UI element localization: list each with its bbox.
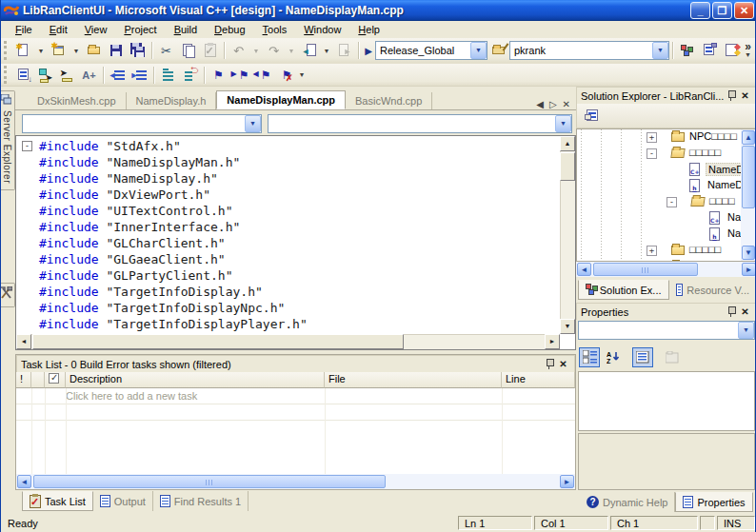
code-line[interactable]: #include "NameDisplay.h" <box>16 170 559 187</box>
types-combo[interactable]: ▼ <box>22 114 262 133</box>
tab-solution-ex-[interactable]: Solution Ex... <box>578 280 669 300</box>
start-icon[interactable]: ▶ <box>362 40 375 61</box>
members-combo-dropdown[interactable]: ▼ <box>555 115 571 132</box>
code-line[interactable]: #include "GLCharClient.h" <box>16 235 559 251</box>
task-column-check[interactable] <box>45 372 66 388</box>
find-combo[interactable]: pkrank ▼ <box>509 41 669 60</box>
editor-vertical-scrollbar[interactable]: ▲ ▼ <box>560 136 575 334</box>
solution-tree[interactable]: +NPC□□□□-□□□□□C+NameDihNameDi-□□□□C+Narh… <box>576 128 756 262</box>
new-file-icon[interactable]: ✱ <box>12 40 34 61</box>
menu-window[interactable]: Window <box>295 22 349 37</box>
properties-pin-button[interactable] <box>724 305 738 319</box>
copy-icon[interactable] <box>177 40 199 61</box>
clear-bookmarks-icon[interactable]: ⚑✗ <box>273 65 295 86</box>
task-list-horizontal-scrollbar[interactable]: ◄ ► <box>16 474 575 489</box>
task-column-blank1[interactable] <box>31 372 45 388</box>
task-column-File[interactable]: File <box>325 372 502 388</box>
find-in-files-icon[interactable] <box>487 40 509 61</box>
code-text[interactable]: #include "StdAfx.h"#include "NameDisplay… <box>16 138 559 333</box>
editor-horizontal-scrollbar[interactable]: ◄ ► <box>16 334 560 349</box>
tree-item[interactable]: +□□□□□ <box>577 243 741 259</box>
scroll-up-icon[interactable]: ▲ <box>742 130 755 145</box>
task-list-grid[interactable]: Click here to add a new task <box>16 388 575 474</box>
doc-tab-namedisplayman-cpp[interactable]: NameDisplayMan.cpp <box>216 90 346 109</box>
code-line[interactable]: #include "GLPartyClient.h" <box>16 267 559 284</box>
bookmarks-dropdown[interactable]: ▼ <box>295 65 308 86</box>
restore-button[interactable]: ❐ <box>712 2 732 19</box>
toggle-bookmark-icon[interactable]: ⚑ <box>208 65 229 86</box>
previous-bookmark-icon[interactable]: ⚑◀ <box>251 65 273 86</box>
solution-explorer-close-button[interactable]: ✕ <box>738 89 752 103</box>
redo-dropdown[interactable]: ▼ <box>285 40 298 61</box>
scroll-tabs-right-icon[interactable]: ▷ <box>549 99 557 109</box>
pick-line-icon[interactable]: ➤ <box>56 65 78 86</box>
tab-resource-v-[interactable]: Resource V... <box>669 280 756 300</box>
members-combo[interactable]: ▼ <box>268 114 572 133</box>
code-line[interactable]: #include "TargetInfoDisplayPlayer.h" <box>16 316 559 332</box>
solution-explorer-pin-button[interactable] <box>724 89 738 103</box>
tab-find-results-1[interactable]: Find Results 1 <box>153 491 249 511</box>
close-document-icon[interactable]: ✕ <box>563 99 570 109</box>
property-pages-tool-icon[interactable] <box>662 347 683 367</box>
redo-icon[interactable]: ↷ <box>263 40 285 61</box>
properties-grid[interactable] <box>578 371 755 431</box>
tree-item-label[interactable]: Nar <box>726 211 741 223</box>
task-list-pin-button[interactable] <box>542 358 556 371</box>
save-icon[interactable] <box>105 40 127 61</box>
tab-output[interactable]: Output <box>93 491 153 511</box>
save-all-icon[interactable] <box>127 40 149 61</box>
menu-debug[interactable]: Debug <box>206 22 253 37</box>
scroll-right-icon[interactable]: ► <box>545 334 560 349</box>
paste-icon[interactable] <box>199 40 221 61</box>
types-combo-dropdown[interactable]: ▼ <box>245 115 261 132</box>
navigate-back-icon[interactable]: ◄ <box>298 40 320 61</box>
cut-icon[interactable]: ✂ <box>155 40 177 61</box>
code-line[interactable]: #include "TargetInfoDisplayNpc.h" <box>16 300 559 316</box>
scroll-right-icon[interactable]: ► <box>742 263 756 276</box>
tree-item[interactable]: hNar <box>577 227 741 243</box>
solution-explorer-icon[interactable] <box>676 40 698 61</box>
add-item-icon[interactable]: ✱ <box>48 40 70 61</box>
scroll-right-icon[interactable]: ► <box>560 475 574 488</box>
collapse-icon[interactable]: - <box>647 148 657 159</box>
doc-tab-basicwnd-cpp[interactable]: BasicWnd.cpp <box>346 92 432 109</box>
toolbar-grip-2[interactable] <box>4 66 9 83</box>
code-line[interactable]: #include "StdAfx.h" <box>16 138 559 154</box>
code-line[interactable]: #include "TargetInfoDisplay.h" <box>16 284 559 300</box>
uncomment-icon[interactable]: ⮌ <box>179 65 201 86</box>
tree-item-label[interactable]: □□□□□ <box>687 260 723 261</box>
open-file-icon[interactable] <box>83 40 105 61</box>
tab-dynamic-help[interactable]: ?Dynamic Help <box>580 492 675 512</box>
build-config-combo[interactable]: Release_Global ▼ <box>375 41 487 60</box>
font-grow-icon[interactable]: A+ <box>78 65 100 86</box>
tree-item-label[interactable]: □□□□ <box>707 195 737 207</box>
scroll-down-icon[interactable]: ▼ <box>742 246 755 260</box>
tree-item[interactable]: +NPC□□□□ <box>577 129 741 146</box>
code-editor[interactable]: - #include "StdAfx.h"#include "NameDispl… <box>15 135 576 350</box>
menu-file[interactable]: File <box>7 22 41 37</box>
scroll-left-icon[interactable]: ◄ <box>16 334 31 349</box>
tree-item-label[interactable]: NPC□□□□ <box>687 130 739 142</box>
code-line[interactable]: #include "InnerInterface.h" <box>16 219 559 235</box>
comment-icon[interactable] <box>157 65 179 86</box>
properties-window-icon[interactable] <box>698 40 720 61</box>
tree-horizontal-scrollbar[interactable]: ◄ ► <box>576 262 756 277</box>
tree-item[interactable]: C+NameDi <box>577 162 741 178</box>
menu-build[interactable]: Build <box>166 22 206 37</box>
tree-item-label[interactable]: NameDi <box>706 179 741 190</box>
properties-tool-icon[interactable] <box>581 106 603 127</box>
build-config-dropdown[interactable]: ▼ <box>470 42 487 59</box>
tree-item-label[interactable]: Nar <box>726 227 741 239</box>
outdent-icon[interactable]: ◄ <box>107 65 129 86</box>
menu-tools[interactable]: Tools <box>254 22 296 37</box>
scroll-tabs-left-icon[interactable]: ◀ <box>536 99 544 109</box>
next-bookmark-icon[interactable]: ⚑▶ <box>229 65 251 86</box>
toolbar-grip[interactable] <box>4 41 9 61</box>
menu-view[interactable]: View <box>76 22 116 37</box>
navigate-back-dropdown[interactable]: ▼ <box>320 40 333 61</box>
doc-tab-dxskinmesh-cpp[interactable]: DxSkinMesh.cpp <box>28 92 127 109</box>
object-combo-dropdown[interactable]: ▼ <box>738 322 754 339</box>
find-dropdown[interactable]: ▼ <box>652 42 668 59</box>
tree-item[interactable]: □□□□□ <box>577 259 741 261</box>
expand-icon[interactable]: + <box>647 246 657 256</box>
